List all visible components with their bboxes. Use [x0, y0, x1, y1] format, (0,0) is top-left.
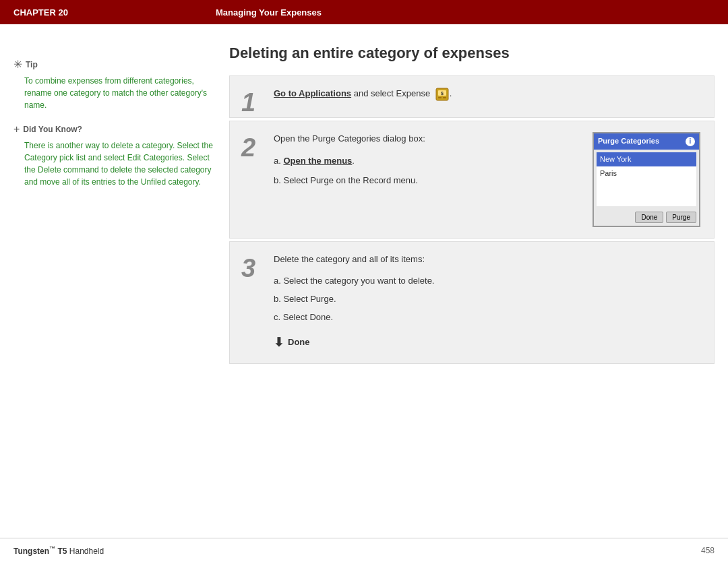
chapter-label: CHAPTER 20: [13, 7, 216, 18]
step-2: 2 Open the Purge Categories dialog box: …: [229, 121, 715, 239]
list-item-paris[interactable]: Paris: [597, 166, 696, 181]
done-arrow-icon: ⬇: [274, 333, 284, 352]
step-3-sub-c: c. Select Done.: [274, 311, 700, 325]
step-2-sub-a-period: .: [352, 156, 355, 166]
purge-dialog-footer: Done Purge: [594, 209, 699, 226]
plus-icon: +: [13, 123, 20, 135]
list-item-new-york[interactable]: New York: [597, 152, 696, 167]
step-2-sub-a-label: a.: [274, 156, 281, 166]
sidebar: ✳ Tip To combine expenses from different…: [13, 44, 216, 364]
did-you-know-header: + Did You Know?: [13, 123, 216, 135]
done-label: Done: [288, 336, 310, 350]
purge-categories-dialog: Purge Categories i New York Paris Done P…: [593, 132, 700, 227]
step-3-list: a. Select the category you want to delet…: [274, 274, 700, 324]
trademark-symbol: ™: [49, 545, 55, 552]
step-2-number: 2: [230, 121, 267, 238]
svg-text:$: $: [441, 91, 444, 96]
open-menus-link[interactable]: Open the menus: [283, 156, 352, 166]
step-3-content: Delete the category and all of its items…: [267, 242, 714, 363]
purge-dialog-header: Purge Categories i: [594, 133, 699, 150]
done-footer: ⬇ Done: [274, 333, 700, 352]
purge-dialog-title: Purge Categories: [598, 135, 659, 148]
step-3: 3 Delete the category and all of its ite…: [229, 241, 715, 364]
tip-text: To combine expenses from different categ…: [13, 75, 216, 111]
step-3-sub-b: b. Select Purge.: [274, 292, 700, 307]
step-1: 1 Go to Applications and select Expense …: [229, 75, 715, 118]
svg-rect-4: [443, 97, 446, 98]
step-1-content: Go to Applications and select Expense $ …: [267, 76, 714, 117]
step-2-sub-b-label: b.: [274, 175, 281, 185]
footer-brand-area: Tungsten™ T5 Handheld: [13, 545, 104, 556]
step-1-after: and select Expense: [351, 88, 430, 98]
done-button[interactable]: Done: [635, 212, 663, 223]
step-2-sub-b: b. Select Purge on the Record menu.: [274, 174, 579, 188]
step-1-number: 1: [230, 76, 267, 117]
step-2-left: Open the Purge Categories dialog box: a.…: [274, 132, 579, 193]
asterisk-icon: ✳: [13, 58, 22, 71]
step-3-number: 3: [230, 242, 267, 363]
step-2-content: Open the Purge Categories dialog box: a.…: [267, 121, 714, 238]
chapter-title: Managing Your Expenses: [216, 7, 322, 18]
footer-brand: Tungsten™ T5: [13, 547, 67, 556]
step-2-sub-b-text: Select Purge on the Record menu.: [283, 175, 417, 185]
footer-page-number: 458: [701, 546, 715, 555]
go-to-applications-link[interactable]: Go to Applications: [274, 88, 351, 98]
purge-button[interactable]: Purge: [666, 212, 696, 223]
page-title: Deleting an entire category of expenses: [229, 44, 715, 62]
svg-rect-3: [438, 97, 442, 98]
step-3-intro: Delete the category and all of its items…: [274, 253, 700, 267]
did-you-know-text: There is another way to delete a categor…: [13, 139, 216, 188]
main-content: ✳ Tip To combine expenses from different…: [0, 24, 728, 377]
step-2-sub-a: a. Open the menus.: [274, 154, 579, 168]
expense-icon: $: [435, 87, 450, 102]
steps-container: 1 Go to Applications and select Expense …: [229, 75, 715, 364]
tip-header: ✳ Tip: [13, 58, 216, 71]
page-footer: Tungsten™ T5 Handheld 458: [0, 538, 728, 562]
page-header: CHAPTER 20 Managing Your Expenses: [0, 0, 728, 24]
step-1-text: Go to Applications and select Expense $ …: [274, 88, 452, 98]
step-3-sub-a: a. Select the category you want to delet…: [274, 274, 700, 288]
step-2-dialog-intro: Open the Purge Categories dialog box:: [274, 132, 579, 146]
info-icon: i: [686, 137, 695, 146]
purge-dialog-list: New York Paris: [597, 152, 696, 206]
did-you-know-label: Did You Know?: [23, 125, 82, 134]
tip-label: Tip: [26, 60, 38, 69]
step-2-layout: Open the Purge Categories dialog box: a.…: [274, 132, 700, 227]
footer-brand-suffix: Handheld: [67, 547, 104, 556]
content-area: Deleting an entire category of expenses …: [229, 44, 715, 364]
